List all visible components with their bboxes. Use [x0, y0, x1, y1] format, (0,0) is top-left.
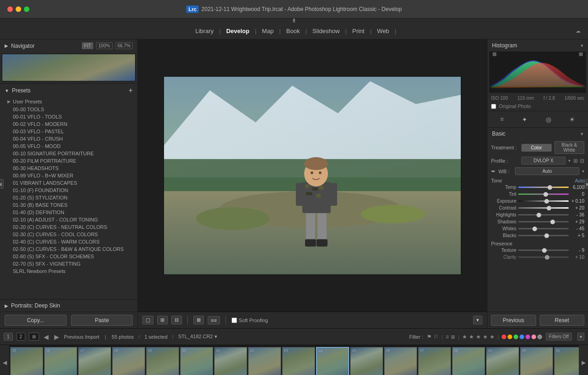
exposure-slider-thumb[interactable]	[544, 199, 549, 204]
preset-item[interactable]: 00-01 VFLO - TOOLS	[0, 113, 137, 120]
filmstrip-scroll-right[interactable]: ▶	[579, 345, 588, 375]
shadows-slider-thumb[interactable]	[550, 220, 555, 224]
zoom-66-btn[interactable]: 66.7%	[115, 42, 133, 49]
filmstrip-thumb-29[interactable]: 29	[486, 347, 519, 375]
basic-header[interactable]: Basic ▾	[487, 128, 588, 140]
wb-select[interactable]: Auto	[515, 167, 579, 175]
contrast-slider-thumb[interactable]	[547, 206, 551, 210]
whites-slider-thumb[interactable]	[532, 227, 537, 231]
filmstrip-thumb-27[interactable]: 27	[418, 347, 451, 375]
menu-map[interactable]: Map	[258, 26, 277, 36]
blacks-slider-track[interactable]	[518, 235, 569, 236]
view-compare-btn[interactable]: ⊞	[157, 316, 168, 324]
zoom-100-btn[interactable]: 100%	[96, 42, 113, 49]
filmstrip-thumb-22[interactable]: 22	[248, 347, 281, 375]
exposure-slider-track[interactable]	[518, 200, 569, 202]
paste-button[interactable]: Paste	[71, 315, 133, 326]
reset-button[interactable]: Reset	[540, 315, 585, 326]
filmstrip-thumb-25[interactable]: 25	[350, 347, 383, 375]
preset-item[interactable]: 01-20 (S) STYLIZATION	[0, 194, 137, 201]
clarity-slider-track[interactable]	[518, 256, 569, 258]
filmstrip-filename[interactable]: STL_4182.CR2 ▾	[178, 334, 217, 340]
filmstrip-scroll-left[interactable]: ◀	[0, 345, 9, 375]
gray-dot[interactable]	[537, 335, 542, 339]
portraits-header[interactable]: ▶ Portraits: Deep Skin	[0, 300, 137, 312]
preset-item[interactable]: 00-20 FILM PORTRAITURE	[0, 157, 137, 165]
texture-slider-thumb[interactable]	[542, 248, 547, 253]
original-photo-checkbox[interactable]	[491, 104, 496, 109]
star-4[interactable]: ★	[483, 334, 488, 340]
flag-icon[interactable]: ⚑	[427, 334, 432, 340]
preset-item[interactable]: 02-30 (C) CURVES - COOL COLORS	[0, 231, 137, 238]
preset-item[interactable]: 02-10 (A) ADJUST - COLOR TONING	[0, 216, 137, 223]
filters-off-btn[interactable]: Filters Off	[546, 333, 572, 341]
menu-library[interactable]: Library	[192, 26, 217, 36]
star-3[interactable]: ★	[476, 334, 481, 340]
preset-item[interactable]: 00-30 HEADSHOTS	[0, 165, 137, 172]
right-panel-collapse[interactable]: ▶	[584, 179, 588, 189]
preset-item[interactable]: 00-05 VFLO - MOOD	[0, 142, 137, 150]
preset-item[interactable]: 00-00 TOOLS	[0, 106, 137, 113]
view-survey-btn[interactable]: ⊟	[171, 316, 182, 324]
preset-item[interactable]: 01-30 (B) BASE TONES	[0, 201, 137, 209]
heal-tool-icon[interactable]: ✦	[520, 114, 529, 125]
filmstrip-prev-nav[interactable]: ◀	[43, 332, 50, 341]
preset-item[interactable]: 01 VIBRANT LANDSCAPES	[0, 179, 137, 187]
tone-auto-btn[interactable]: Auto	[575, 178, 584, 183]
filmstrip-thumb-18[interactable]: 18	[112, 347, 145, 375]
copy-button[interactable]: Copy...	[5, 315, 67, 326]
bw-treatment-btn[interactable]: Black & White	[554, 141, 585, 154]
preset-group-user-header[interactable]: ▶ User Presets	[0, 97, 137, 106]
filmstrip-thumb-21[interactable]: 21	[214, 347, 247, 375]
contrast-slider-track[interactable]	[518, 207, 569, 209]
star-1[interactable]: ★	[462, 334, 467, 340]
blacks-slider-thumb[interactable]	[544, 233, 549, 238]
filmstrip-thumb-16[interactable]: 16	[44, 347, 77, 375]
cloud-icon[interactable]: ☁	[576, 28, 581, 34]
menu-print[interactable]: Print	[349, 26, 368, 36]
filters-dropdown[interactable]: ▾	[577, 333, 584, 341]
menu-web[interactable]: Web	[373, 26, 393, 36]
maximize-button[interactable]	[24, 6, 29, 12]
view-single-btn[interactable]: ▢	[142, 316, 153, 324]
previous-button[interactable]: Previous	[491, 315, 536, 326]
filmstrip-thumb-30[interactable]: 30	[520, 347, 553, 375]
filmstrip-thumb-31[interactable]: 31	[554, 347, 579, 375]
pink-dot[interactable]	[531, 335, 536, 339]
close-button[interactable]	[7, 6, 13, 12]
green-dot[interactable]	[514, 335, 518, 339]
tint-slider-track[interactable]	[518, 193, 569, 195]
star-2[interactable]: ★	[469, 334, 474, 340]
temp-slider-track[interactable]	[518, 187, 569, 188]
color-treatment-btn[interactable]: Color	[521, 144, 552, 152]
preset-item[interactable]: 00-10 SIGNATURE PORTRAITURE	[0, 150, 137, 157]
texture-slider-track[interactable]	[518, 250, 569, 251]
soft-proof-input[interactable]	[232, 318, 237, 323]
preset-item[interactable]: 00-03 VFLO - PASTEL	[0, 128, 137, 135]
filmstrip-thumb-26[interactable]: 26	[384, 347, 417, 375]
profile-select[interactable]: DVLOP X	[521, 157, 565, 165]
eyedropper-icon[interactable]: ✒	[491, 168, 496, 175]
filmstrip-thumb-15[interactable]: 15	[10, 347, 43, 375]
preset-item[interactable]: 02-70 (S) SFX - VIGNETTING	[0, 260, 137, 267]
left-panel-collapse[interactable]: ◀	[0, 179, 4, 189]
preset-item[interactable]: 00-02 VFLO - MODERN	[0, 120, 137, 128]
preset-item[interactable]: 02-60 (S) SFX - COLOR SCHEMES	[0, 253, 137, 260]
zoom-fit-btn[interactable]: FIT	[82, 42, 93, 49]
star-filter-icon[interactable]: ≡	[446, 334, 449, 340]
minimize-button[interactable]	[16, 6, 21, 12]
filmstrip-thumb-20[interactable]: 20	[180, 347, 213, 375]
toolbar-dropdown[interactable]: ▾	[473, 316, 482, 324]
view-grid-btn[interactable]: ⊠	[193, 316, 204, 324]
highlights-slider-thumb[interactable]	[537, 213, 541, 217]
preset-item[interactable]: 01-10 (F) FOUNDATION	[0, 187, 137, 194]
view-type-btn[interactable]: ≡≡	[208, 316, 220, 324]
preset-item[interactable]: 02-20 (C) CURVES - NEUTRAL COLORS	[0, 223, 137, 231]
flag-reject-icon[interactable]: ⚐	[434, 334, 439, 340]
histogram-arrow[interactable]: ▾	[581, 43, 583, 49]
filmstrip-thumb-17[interactable]: 17	[78, 347, 111, 375]
navigator-header[interactable]: ▶ Navigator FIT 100% 66.7%	[0, 40, 137, 52]
yellow-dot[interactable]	[508, 335, 512, 339]
clarity-slider-thumb[interactable]	[545, 255, 549, 260]
crop-tool-icon[interactable]: ⌗	[499, 114, 505, 125]
